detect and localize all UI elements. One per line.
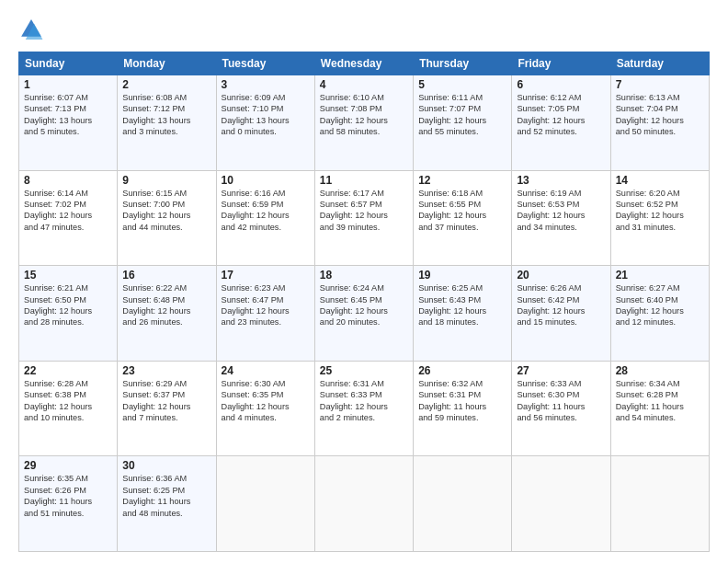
day-cell-10: 10Sunrise: 6:16 AM Sunset: 6:59 PM Dayli… bbox=[216, 170, 314, 266]
day-info: Sunrise: 6:19 AM Sunset: 6:53 PM Dayligh… bbox=[517, 188, 605, 234]
day-info: Sunrise: 6:35 AM Sunset: 6:26 PM Dayligh… bbox=[24, 473, 112, 519]
day-info: Sunrise: 6:13 AM Sunset: 7:04 PM Dayligh… bbox=[616, 92, 704, 138]
empty-cell bbox=[216, 456, 314, 552]
day-cell-9: 9Sunrise: 6:15 AM Sunset: 7:00 PM Daylig… bbox=[118, 170, 216, 266]
day-number: 10 bbox=[222, 174, 310, 187]
day-info: Sunrise: 6:33 AM Sunset: 6:30 PM Dayligh… bbox=[517, 378, 605, 424]
day-cell-1: 1Sunrise: 6:07 AM Sunset: 7:13 PM Daylig… bbox=[19, 75, 118, 171]
calendar-table: SundayMondayTuesdayWednesdayThursdayFrid… bbox=[18, 52, 710, 552]
day-info: Sunrise: 6:22 AM Sunset: 6:48 PM Dayligh… bbox=[122, 282, 210, 328]
day-cell-8: 8Sunrise: 6:14 AM Sunset: 7:02 PM Daylig… bbox=[19, 170, 118, 266]
day-number: 12 bbox=[418, 174, 506, 187]
day-cell-7: 7Sunrise: 6:13 AM Sunset: 7:04 PM Daylig… bbox=[610, 75, 709, 171]
weekday-header-sunday: Sunday bbox=[19, 52, 118, 75]
day-info: Sunrise: 6:21 AM Sunset: 6:50 PM Dayligh… bbox=[24, 282, 112, 328]
day-number: 9 bbox=[122, 174, 210, 187]
day-number: 26 bbox=[418, 364, 506, 377]
day-number: 3 bbox=[222, 78, 310, 91]
day-number: 28 bbox=[616, 364, 704, 377]
day-info: Sunrise: 6:27 AM Sunset: 6:40 PM Dayligh… bbox=[616, 282, 704, 328]
day-cell-30: 30Sunrise: 6:36 AM Sunset: 6:25 PM Dayli… bbox=[118, 456, 216, 552]
day-cell-19: 19Sunrise: 6:25 AM Sunset: 6:43 PM Dayli… bbox=[414, 266, 512, 362]
day-cell-26: 26Sunrise: 6:32 AM Sunset: 6:31 PM Dayli… bbox=[414, 361, 512, 456]
day-info: Sunrise: 6:30 AM Sunset: 6:35 PM Dayligh… bbox=[222, 378, 310, 424]
header bbox=[18, 17, 710, 42]
day-number: 4 bbox=[320, 78, 408, 91]
weekday-header-monday: Monday bbox=[118, 52, 216, 75]
day-number: 15 bbox=[24, 269, 112, 282]
day-info: Sunrise: 6:15 AM Sunset: 7:00 PM Dayligh… bbox=[122, 188, 210, 234]
day-info: Sunrise: 6:36 AM Sunset: 6:25 PM Dayligh… bbox=[122, 473, 210, 519]
day-cell-21: 21Sunrise: 6:27 AM Sunset: 6:40 PM Dayli… bbox=[610, 266, 709, 362]
weekday-header-row: SundayMondayTuesdayWednesdayThursdayFrid… bbox=[19, 52, 710, 75]
day-info: Sunrise: 6:25 AM Sunset: 6:43 PM Dayligh… bbox=[418, 282, 506, 328]
day-info: Sunrise: 6:10 AM Sunset: 7:08 PM Dayligh… bbox=[320, 92, 408, 138]
day-number: 30 bbox=[122, 459, 210, 472]
day-cell-18: 18Sunrise: 6:24 AM Sunset: 6:45 PM Dayli… bbox=[314, 266, 413, 362]
day-number: 20 bbox=[517, 269, 605, 282]
logo bbox=[18, 17, 48, 42]
day-number: 25 bbox=[320, 364, 408, 377]
day-cell-13: 13Sunrise: 6:19 AM Sunset: 6:53 PM Dayli… bbox=[512, 170, 610, 266]
day-cell-17: 17Sunrise: 6:23 AM Sunset: 6:47 PM Dayli… bbox=[216, 266, 314, 362]
day-cell-6: 6Sunrise: 6:12 AM Sunset: 7:05 PM Daylig… bbox=[512, 75, 610, 171]
day-cell-20: 20Sunrise: 6:26 AM Sunset: 6:42 PM Dayli… bbox=[512, 266, 610, 362]
day-info: Sunrise: 6:16 AM Sunset: 6:59 PM Dayligh… bbox=[222, 188, 310, 234]
day-info: Sunrise: 6:12 AM Sunset: 7:05 PM Dayligh… bbox=[517, 92, 605, 138]
day-cell-5: 5Sunrise: 6:11 AM Sunset: 7:07 PM Daylig… bbox=[414, 75, 512, 171]
day-cell-28: 28Sunrise: 6:34 AM Sunset: 6:28 PM Dayli… bbox=[610, 361, 709, 456]
week-row-2: 8Sunrise: 6:14 AM Sunset: 7:02 PM Daylig… bbox=[19, 170, 710, 266]
day-number: 19 bbox=[418, 269, 506, 282]
day-number: 17 bbox=[222, 269, 310, 282]
day-cell-24: 24Sunrise: 6:30 AM Sunset: 6:35 PM Dayli… bbox=[216, 361, 314, 456]
day-cell-11: 11Sunrise: 6:17 AM Sunset: 6:57 PM Dayli… bbox=[314, 170, 413, 266]
day-cell-29: 29Sunrise: 6:35 AM Sunset: 6:26 PM Dayli… bbox=[19, 456, 118, 552]
day-number: 1 bbox=[24, 78, 112, 91]
day-number: 11 bbox=[320, 174, 408, 187]
day-number: 13 bbox=[517, 174, 605, 187]
day-cell-16: 16Sunrise: 6:22 AM Sunset: 6:48 PM Dayli… bbox=[118, 266, 216, 362]
day-info: Sunrise: 6:34 AM Sunset: 6:28 PM Dayligh… bbox=[616, 378, 704, 424]
day-info: Sunrise: 6:07 AM Sunset: 7:13 PM Dayligh… bbox=[24, 92, 112, 138]
day-cell-12: 12Sunrise: 6:18 AM Sunset: 6:55 PM Dayli… bbox=[414, 170, 512, 266]
day-cell-2: 2Sunrise: 6:08 AM Sunset: 7:12 PM Daylig… bbox=[118, 75, 216, 171]
day-number: 6 bbox=[517, 78, 605, 91]
week-row-5: 29Sunrise: 6:35 AM Sunset: 6:26 PM Dayli… bbox=[19, 456, 710, 552]
day-number: 2 bbox=[122, 78, 210, 91]
day-number: 22 bbox=[24, 364, 112, 377]
empty-cell bbox=[610, 456, 709, 552]
week-row-1: 1Sunrise: 6:07 AM Sunset: 7:13 PM Daylig… bbox=[19, 75, 710, 171]
day-cell-14: 14Sunrise: 6:20 AM Sunset: 6:52 PM Dayli… bbox=[610, 170, 709, 266]
weekday-header-saturday: Saturday bbox=[610, 52, 709, 75]
empty-cell bbox=[314, 456, 413, 552]
day-number: 23 bbox=[122, 364, 210, 377]
day-info: Sunrise: 6:14 AM Sunset: 7:02 PM Dayligh… bbox=[24, 188, 112, 234]
week-row-4: 22Sunrise: 6:28 AM Sunset: 6:38 PM Dayli… bbox=[19, 361, 710, 456]
weekday-header-friday: Friday bbox=[512, 52, 610, 75]
empty-cell bbox=[414, 456, 512, 552]
day-number: 7 bbox=[616, 78, 704, 91]
day-number: 14 bbox=[616, 174, 704, 187]
day-cell-27: 27Sunrise: 6:33 AM Sunset: 6:30 PM Dayli… bbox=[512, 361, 610, 456]
day-info: Sunrise: 6:29 AM Sunset: 6:37 PM Dayligh… bbox=[122, 378, 210, 424]
empty-cell bbox=[512, 456, 610, 552]
day-number: 24 bbox=[222, 364, 310, 377]
day-info: Sunrise: 6:32 AM Sunset: 6:31 PM Dayligh… bbox=[418, 378, 506, 424]
day-number: 16 bbox=[122, 269, 210, 282]
day-info: Sunrise: 6:11 AM Sunset: 7:07 PM Dayligh… bbox=[418, 92, 506, 138]
day-cell-3: 3Sunrise: 6:09 AM Sunset: 7:10 PM Daylig… bbox=[216, 75, 314, 171]
day-cell-23: 23Sunrise: 6:29 AM Sunset: 6:37 PM Dayli… bbox=[118, 361, 216, 456]
day-info: Sunrise: 6:18 AM Sunset: 6:55 PM Dayligh… bbox=[418, 188, 506, 234]
day-info: Sunrise: 6:23 AM Sunset: 6:47 PM Dayligh… bbox=[222, 282, 310, 328]
day-info: Sunrise: 6:26 AM Sunset: 6:42 PM Dayligh… bbox=[517, 282, 605, 328]
weekday-header-tuesday: Tuesday bbox=[216, 52, 314, 75]
day-info: Sunrise: 6:17 AM Sunset: 6:57 PM Dayligh… bbox=[320, 188, 408, 234]
day-number: 18 bbox=[320, 269, 408, 282]
page: SundayMondayTuesdayWednesdayThursdayFrid… bbox=[0, 0, 728, 563]
day-number: 8 bbox=[24, 174, 112, 187]
day-number: 21 bbox=[616, 269, 704, 282]
day-number: 5 bbox=[418, 78, 506, 91]
weekday-header-thursday: Thursday bbox=[414, 52, 512, 75]
day-cell-22: 22Sunrise: 6:28 AM Sunset: 6:38 PM Dayli… bbox=[19, 361, 118, 456]
weekday-header-wednesday: Wednesday bbox=[314, 52, 413, 75]
